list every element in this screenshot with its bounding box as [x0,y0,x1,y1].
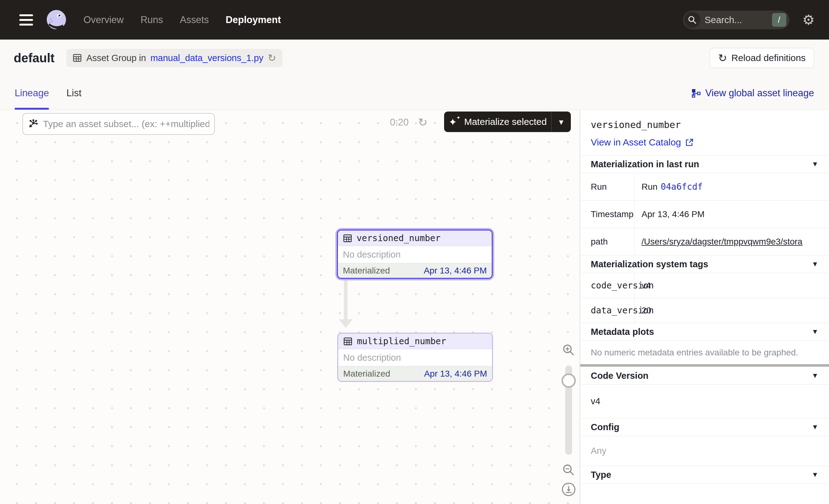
tag-value: 20 [635,298,829,323]
section-title: Materialization in last run [591,159,699,170]
section-title: Materialization system tags [591,259,708,269]
section-title: Code Version [591,371,648,381]
search-icon [684,12,700,28]
asset-node-multiplied-number[interactable]: multiplied_number No description Materia… [337,333,493,382]
reload-icon: ↻ [718,52,727,63]
code-version-value: v4 [580,384,829,418]
chevron-down-icon: ▼ [812,328,819,336]
row-label: Run [580,173,635,200]
node-description: No description [338,246,492,263]
chevron-down-icon: ▼ [812,160,819,168]
reload-group-icon[interactable]: ↻ [268,53,276,63]
fit-view-icon[interactable] [561,481,576,497]
refresh-icon[interactable]: ↻ [418,117,427,128]
nav-item-assets[interactable]: Assets [180,14,209,26]
tabs-row: Lineage List View global asset lineage [0,76,829,110]
node-status-timestamp[interactable]: Apr 13, 4:46 PM [424,266,487,276]
tab-lineage[interactable]: Lineage [15,76,49,110]
section-metadata-plots[interactable]: Metadata plots ▼ [580,323,829,340]
section-type[interactable]: Type ▼ [580,466,829,483]
asset-selection-icon [28,119,39,129]
search-input[interactable] [700,15,772,25]
tab-list[interactable]: List [66,76,81,110]
table-row: code_version v4 [580,273,829,298]
node-status-label: Materialized [343,266,390,276]
reload-definitions-label: Reload definitions [731,52,806,63]
zoom-in-icon[interactable] [562,343,576,357]
dagster-logo[interactable] [45,9,67,31]
config-value: Any [580,436,829,466]
nav-items: Overview Runs Assets Deployment [83,14,281,26]
external-link-icon [685,138,693,147]
nav-item-overview[interactable]: Overview [83,14,123,26]
search-shortcut-badge: / [772,13,786,27]
sparkle-icon: ✦✦ [448,116,460,128]
table-row: Timestamp Apr 13, 4:46 PM [580,200,829,228]
row-label: Timestamp [580,201,635,228]
chevron-down-icon: ▼ [812,260,819,268]
table-row: Run Run 04a6fcdf [580,173,829,200]
node-title: versioned_number [357,233,441,243]
zoom-out-icon[interactable] [562,463,576,477]
asset-subset-input[interactable] [43,119,209,129]
edge-arrowhead [339,319,353,328]
table-row: data_version 20 [580,298,829,323]
chevron-down-icon: ▼ [812,423,819,431]
row-label: code_version [580,273,635,298]
materialize-dropdown-caret[interactable]: ▾ [551,111,571,132]
gear-icon[interactable]: ⚙ [802,13,815,27]
table-icon [73,53,82,63]
type-content [580,483,829,502]
asset-subset-filter[interactable] [23,113,215,135]
section-title: Metadata plots [591,327,654,337]
section-materialization-system-tags[interactable]: Materialization system tags ▼ [580,255,829,273]
global-search[interactable]: / [683,10,789,29]
chevron-down-icon: ▼ [812,372,819,380]
run-id-link[interactable]: 04a6fcdf [660,182,702,192]
asset-lineage-graph[interactable]: 0:20 ↻ ✦✦ Materialize selected ▾ version… [0,110,580,504]
nav-item-runs[interactable]: Runs [140,14,163,26]
tag-value: v4 [635,273,829,298]
asset-group-pill: Asset Group in manual_data_versions_1.py… [66,49,282,67]
timestamp-value: Apr 13, 4:46 PM [635,201,829,228]
materialize-selected-button[interactable]: ✦✦ Materialize selected ▾ [444,111,571,132]
path-link[interactable]: /Users/sryza/dagster/tmppvqwm9e3/stora [642,237,802,247]
run-value-prefix: Run [642,182,657,192]
edge-line [344,279,348,319]
zoom-slider-handle[interactable] [562,373,576,388]
page-header: default Asset Group in manual_data_versi… [0,40,829,76]
table-row: path /Users/sryza/dagster/tmppvqwm9e3/st… [580,228,829,255]
horizontal-scrollbar[interactable] [580,364,829,367]
chevron-down-icon: ▼ [812,471,819,479]
node-status-timestamp[interactable]: Apr 13, 4:46 PM [424,369,487,379]
nav-item-deployment[interactable]: Deployment [226,14,281,26]
zoom-controls [559,343,578,497]
section-config[interactable]: Config ▼ [580,418,829,436]
zoom-slider-track[interactable] [565,365,572,455]
node-title: multiplied_number [357,336,446,347]
node-status-label: Materialized [343,369,390,379]
view-in-asset-catalog-link[interactable]: View in Asset Catalog [591,137,819,148]
materialize-label: Materialize selected [464,116,546,127]
global-lineage-label: View global asset lineage [706,87,814,99]
section-code-version[interactable]: Code Version ▼ [580,367,829,384]
hamburger-icon[interactable] [19,14,33,26]
asset-group-label: Asset Group in [86,53,146,63]
top-nav: Overview Runs Assets Deployment / ⚙ [0,0,829,40]
row-label: data_version [580,298,635,323]
row-label: path [580,228,635,255]
metadata-plots-empty-message: No numeric metadata entries available to… [580,340,829,364]
section-title: Config [591,422,619,432]
lineage-graph-icon [691,88,701,98]
reload-definitions-button[interactable]: ↻ Reload definitions [710,48,814,68]
panel-asset-title: versioned_number [591,119,819,130]
catalog-link-label: View in Asset Catalog [591,137,681,148]
section-materialization-in-last-run[interactable]: Materialization in last run ▼ [580,155,829,173]
refresh-timer: 0:20 [390,117,408,128]
asset-group-file-link[interactable]: manual_data_versions_1.py [150,53,263,63]
table-icon [343,233,352,243]
node-description: No description [338,349,492,366]
section-title: Type [591,470,611,480]
view-global-asset-lineage-link[interactable]: View global asset lineage [691,87,814,99]
asset-node-versioned-number[interactable]: versioned_number No description Material… [337,229,493,279]
